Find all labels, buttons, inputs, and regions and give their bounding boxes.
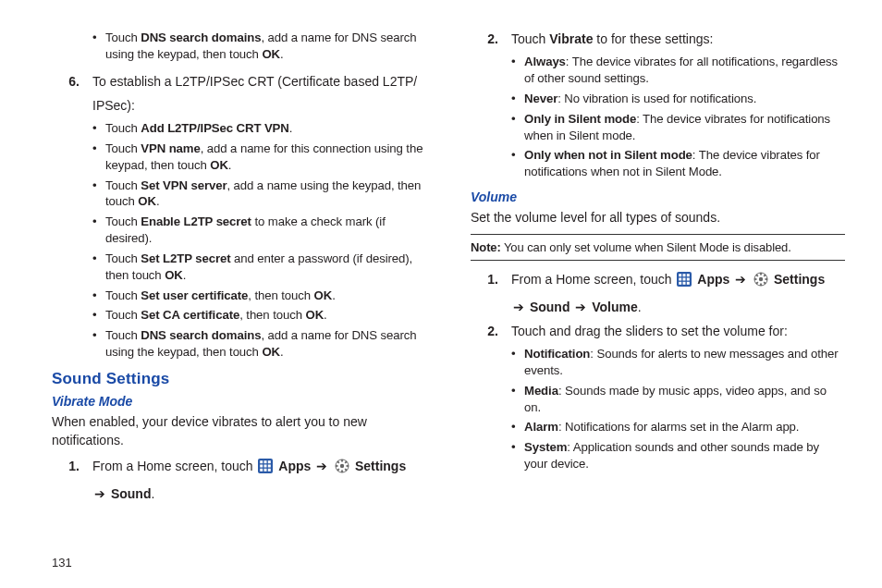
text-bold: Set L2TP secret [141, 251, 230, 265]
text-bold: Vibrate [549, 31, 593, 46]
numbered-step: 2. Touch and drag the sliders to set the… [471, 322, 845, 340]
svg-rect-8 [264, 469, 267, 472]
text-bold: Set CA certificate [141, 308, 239, 322]
text-run: , then touch [239, 308, 305, 322]
text-bold: OK [262, 345, 280, 359]
text-run: . [332, 288, 336, 302]
bullet-text: Touch Add L2TP/IPSec CRT VPN. [105, 120, 426, 137]
svg-rect-22 [683, 274, 686, 276]
bullet-dot-icon: • [511, 439, 524, 472]
bullet-dot-icon: • [92, 178, 105, 211]
bullet-item: •Touch Set VPN server, add a name using … [92, 178, 426, 211]
bullet-text: Touch Set CA certificate, then touch OK. [105, 307, 426, 324]
text-bold: OK [210, 158, 228, 172]
right-column: 2. Touch Vibrate to for these settings: … [471, 26, 845, 579]
numbered-step: 6. To establish a L2TP/IPSec CRT (Certif… [52, 72, 426, 116]
step-number: 1. [52, 457, 92, 503]
bullet-dot-icon: • [511, 91, 524, 107]
heading-sound-settings: Sound Settings [52, 370, 426, 388]
svg-rect-15 [347, 465, 349, 467]
page-number: 131 [52, 556, 72, 570]
step-body: Touch and drag the sliders to set the vo… [511, 322, 845, 340]
arrow-icon: ➔ [513, 300, 524, 314]
text-bold: Notification [524, 347, 590, 361]
text-run: : The device vibrates for all notificati… [524, 55, 838, 85]
left-column: • Touch DNS search domains, add a name f… [52, 26, 426, 579]
text-run: Touch [105, 214, 141, 228]
bullet-list-vibrate: •Always: The device vibrates for all not… [511, 54, 845, 180]
paragraph: Set the volume level for all types of so… [471, 208, 845, 227]
text-bold: OK [165, 268, 183, 282]
bullet-dot-icon: • [92, 30, 105, 63]
bullet-item: •Notification: Sounds for alerts to new … [511, 346, 845, 379]
arrow-icon: ➔ [575, 300, 586, 314]
text-bold: Settings [774, 272, 825, 287]
text-bold: Alarm [524, 420, 558, 434]
svg-rect-24 [680, 278, 682, 281]
divider [471, 260, 845, 261]
bullet-dot-icon: • [92, 251, 105, 284]
text-bold: OK [314, 288, 333, 302]
bullet-item: •Touch VPN name, add a name for this con… [92, 141, 426, 174]
text-run: . [228, 158, 232, 172]
settings-gear-icon [753, 272, 768, 291]
bullet-text: Touch VPN name, add a name for this conn… [105, 141, 426, 174]
bullet-item: •Alarm: Notifications for alarms set in … [511, 419, 845, 435]
bullet-item: •Touch Set user certificate, then touch … [92, 288, 426, 304]
manual-page: • Touch DNS search domains, add a name f… [0, 0, 882, 588]
settings-gear-icon [335, 459, 349, 478]
step-continuation: ➔ Sound. [92, 484, 426, 503]
text-bold: Apps [278, 459, 311, 473]
bullet-item: •System: Application sounds and other so… [511, 439, 845, 472]
svg-rect-4 [261, 465, 263, 468]
text-run: . [638, 300, 642, 314]
text-bold: System [524, 440, 567, 454]
arrow-icon: ➔ [316, 459, 327, 473]
note-label: Note: [471, 240, 501, 254]
svg-rect-1 [261, 461, 263, 464]
text-bold: Set VPN server [141, 178, 227, 192]
svg-point-11 [340, 464, 344, 468]
bullet-item: •Always: The device vibrates for all not… [511, 54, 845, 87]
bullet-list-top: • Touch DNS search domains, add a name f… [92, 30, 426, 63]
bullet-item: •Touch Set CA certificate, then touch OK… [92, 307, 426, 324]
bullet-item: •Touch Set L2TP secret and enter a passw… [92, 251, 426, 284]
bullet-text: Always: The device vibrates for all noti… [524, 54, 845, 87]
bullet-text: Touch DNS search domains, add a name for… [105, 327, 426, 361]
text-bold: Media [524, 384, 558, 398]
bullet-text: Only in Silent mode: The device vibrates… [524, 111, 845, 144]
apps-grid-icon [677, 272, 692, 291]
text-run: Touch [105, 251, 141, 265]
heading-volume: Volume [471, 190, 845, 204]
numbered-step: 1. From a Home screen, touch Apps ➔ Sett… [52, 457, 426, 503]
text-run: IPSec): [92, 96, 426, 115]
svg-rect-26 [687, 278, 690, 281]
text-bold: Sound [111, 486, 152, 501]
svg-point-31 [759, 277, 763, 281]
text-bold: Enable L2TP secret [141, 214, 251, 228]
bullet-dot-icon: • [511, 346, 524, 379]
text-bold: DNS search domains [141, 31, 261, 44]
bullet-dot-icon: • [511, 383, 524, 416]
bullet-dot-icon: • [511, 54, 524, 87]
svg-rect-12 [341, 459, 343, 462]
bullet-dot-icon: • [511, 419, 524, 435]
svg-rect-27 [680, 282, 682, 285]
arrow-icon: ➔ [94, 486, 105, 501]
text-run: : No vibration is used for notifications… [557, 92, 756, 105]
bullet-item: • Touch DNS search domains, add a name f… [92, 30, 426, 63]
text-run: : Notifications for alarms set in the Al… [558, 420, 800, 434]
text-run: to for these settings: [593, 31, 713, 46]
text-bold: Only when not in Silent mode [524, 148, 692, 162]
text-run: : Application sounds and other sounds ma… [524, 440, 819, 471]
text-run: : Sounds made by music apps, video apps,… [524, 384, 827, 414]
bullet-list-step6: •Touch Add L2TP/IPSec CRT VPN. •Touch VP… [92, 120, 426, 361]
step-body: To establish a L2TP/IPSec CRT (Certifica… [92, 72, 426, 116]
text-run: Touch [105, 288, 141, 302]
bullet-item: •Never: No vibration is used for notific… [511, 91, 845, 107]
heading-vibrate-mode: Vibrate Mode [52, 394, 426, 409]
text-bold: Set user certificate [141, 288, 248, 302]
bullet-item: •Media: Sounds made by music apps, video… [511, 383, 845, 416]
bullet-dot-icon: • [92, 327, 105, 361]
bullet-item: •Only when not in Silent mode: The devic… [511, 147, 845, 180]
